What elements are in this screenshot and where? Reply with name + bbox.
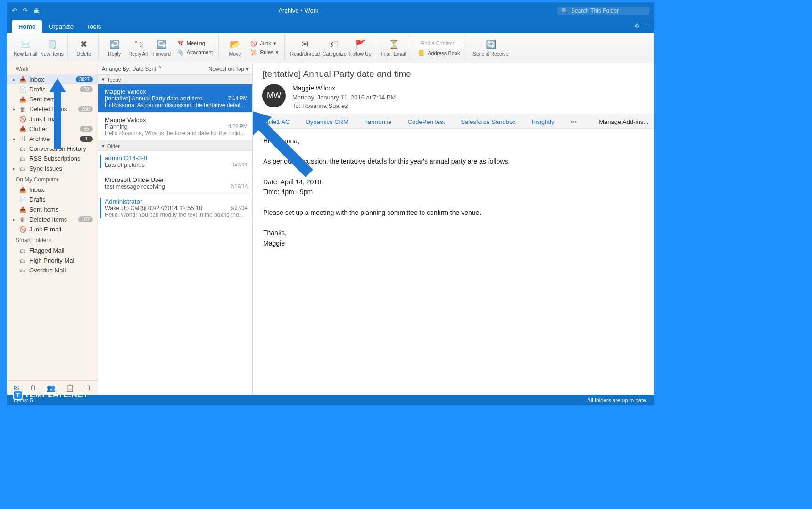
folder-icon: 🗑 bbox=[19, 216, 26, 223]
sidebar-item[interactable]: 🗂Conversation History bbox=[7, 144, 98, 154]
find-contact-input[interactable]: Find a Contact bbox=[416, 39, 463, 48]
reply-all-button[interactable]: ⮌Reply All bbox=[128, 39, 149, 57]
move-button[interactable]: 📂Move bbox=[224, 39, 245, 57]
sidebar-section-header[interactable]: Smart Folders bbox=[7, 234, 98, 246]
message-item[interactable]: Administrator Wake Up Call@ 03/27/2014 1… bbox=[98, 194, 252, 222]
undo-icon[interactable]: ↶ bbox=[12, 7, 17, 14]
addin-link[interactable]: Salesforce Sandbox bbox=[461, 118, 515, 125]
msg-from: admin O14-3-8 bbox=[105, 155, 248, 162]
meeting-icon: 📅 bbox=[177, 41, 184, 47]
sidebar-item[interactable]: 🚫Junk Email bbox=[7, 114, 98, 124]
sidebar-item[interactable]: 🗂RSS Subscriptions bbox=[7, 154, 98, 164]
attachment-button[interactable]: 📎Attachment bbox=[175, 49, 215, 57]
manage-addins[interactable]: Manage Add-ins... bbox=[599, 118, 648, 125]
sidebar-item[interactable]: 🚫Junk E-mail bbox=[7, 224, 98, 234]
sidebar-item-label: Sent Items bbox=[29, 96, 58, 103]
msg-subject: Lots of pictures bbox=[105, 162, 145, 168]
address-book-button[interactable]: 📒Address Book bbox=[416, 49, 463, 57]
sidebar-item-label: Inbox bbox=[29, 186, 44, 193]
read-unread-icon: ✉ bbox=[301, 39, 308, 50]
sidebar-item[interactable]: 🗂High Priority Mail bbox=[7, 255, 98, 265]
sidebar-item-label: High Priority Mail bbox=[29, 257, 75, 264]
sidebar-item[interactable]: 📤Sent Items bbox=[7, 94, 98, 104]
msg-subject: Wake Up Call@ 03/27/2014 12:55:18 bbox=[105, 205, 202, 212]
junk-icon: 🚫 bbox=[250, 41, 257, 47]
sidebar-item[interactable]: 🗑Deleted Items167 bbox=[7, 214, 98, 224]
sidebar-section-header[interactable]: Work bbox=[7, 63, 98, 74]
sidebar-item-label: Drafts bbox=[29, 86, 46, 93]
addin-more[interactable]: ••• bbox=[570, 118, 577, 125]
reading-pane: [tentative] Annual Party date and time M… bbox=[253, 63, 654, 395]
search-field[interactable]: 🔍 Search This Folder bbox=[557, 7, 649, 15]
msg-from: Administrator bbox=[105, 198, 248, 205]
forward-button[interactable]: ↪️Forward bbox=[151, 39, 172, 57]
redo-icon[interactable]: ↷ bbox=[23, 7, 28, 14]
tab-tools[interactable]: Tools bbox=[80, 20, 108, 33]
delete-button[interactable]: ✖Delete bbox=[74, 39, 94, 57]
print-icon[interactable]: 🖶 bbox=[33, 7, 40, 14]
categorize-button[interactable]: 🏷Categorize bbox=[323, 39, 347, 57]
sidebar-item-label: Deleted Items bbox=[29, 106, 67, 113]
message-item[interactable]: Microsoft Office User test message recei… bbox=[98, 172, 252, 194]
follow-up-button[interactable]: 🚩Follow Up bbox=[349, 39, 372, 57]
junk-button[interactable]: 🚫Junk▾ bbox=[248, 40, 280, 48]
sort-order-label[interactable]: Newest on Top bbox=[208, 66, 244, 72]
sidebar-item[interactable]: 📥Inbox3027 bbox=[7, 74, 98, 84]
status-bar: Items: 5 All folders are up to date. bbox=[7, 395, 654, 405]
sidebar-item[interactable]: 📥Inbox bbox=[7, 185, 98, 195]
list-header[interactable]: Arrange By: Date Sent ⌃ Newest on Top ▾ bbox=[98, 63, 252, 74]
sidebar-item[interactable]: 🗄Archive1 bbox=[7, 134, 98, 144]
send-receive-button[interactable]: 🔄Send & Receive bbox=[473, 39, 508, 57]
smiley-icon[interactable]: ☺ bbox=[634, 22, 640, 29]
main-body: Work📥Inbox3027📄Drafts70📤Sent Items🗑Delet… bbox=[7, 63, 654, 395]
message-item[interactable]: Maggie Wilcox Planning4:22 PM Hello Rosa… bbox=[98, 113, 252, 141]
addin-link[interactable]: CodePen test bbox=[408, 118, 445, 125]
folder-icon: 🗂 bbox=[19, 267, 26, 274]
sidebar-item-label: Overdue Mail bbox=[29, 267, 66, 274]
from-name: Maggie Wilcox bbox=[292, 84, 396, 93]
sidebar-section-header[interactable]: On My Computer bbox=[7, 173, 98, 185]
addin-link[interactable]: Mobile1 AC bbox=[258, 118, 290, 125]
sidebar-item[interactable]: 🗂Flagged Mail bbox=[7, 246, 98, 255]
sent-date: Monday, January 11, 2016 at 7:14 PM bbox=[292, 93, 396, 102]
msg-preview: Hi Rosanna, As per our discussion, the t… bbox=[105, 102, 248, 108]
sidebar-item[interactable]: 📥Clutter55 bbox=[7, 124, 98, 134]
addin-link[interactable]: harmon.ie bbox=[365, 118, 392, 125]
email-body: Hi Rosanna, As per our discussion, the t… bbox=[253, 129, 654, 256]
msg-subject: test message receiving bbox=[105, 183, 165, 190]
sidebar-item-label: Deleted Items bbox=[29, 216, 67, 223]
to-name: Rosanna Suarez bbox=[302, 102, 348, 109]
meeting-button[interactable]: 📅Meeting bbox=[175, 40, 215, 48]
sidebar-item[interactable]: 🗑Deleted Items268 bbox=[7, 104, 98, 114]
tab-organize[interactable]: Organize bbox=[42, 20, 80, 33]
sidebar-item[interactable]: 📤Sent Items bbox=[7, 205, 98, 214]
message-item[interactable]: Maggie Wilcox [tentative] Annual Party d… bbox=[98, 84, 252, 113]
new-email-button[interactable]: ✉️New Email bbox=[14, 39, 37, 57]
filter-email-button[interactable]: ⏳Filter Email bbox=[381, 39, 406, 57]
avatar: MW bbox=[262, 84, 286, 107]
watermark: T TEMPLATE.NET bbox=[13, 390, 88, 400]
sync-status: All folders are up to date. bbox=[587, 397, 647, 403]
send-receive-icon: 🔄 bbox=[486, 39, 496, 50]
delete-icon: ✖ bbox=[80, 39, 87, 50]
new-items-button[interactable]: 🗒️New Items bbox=[40, 39, 64, 57]
sidebar-item[interactable]: 📄Drafts70 bbox=[7, 84, 98, 94]
folder-icon: 📤 bbox=[19, 96, 26, 103]
addin-link[interactable]: Insightly bbox=[532, 118, 555, 125]
message-item[interactable]: admin O14-3-8 Lots of pictures5/1/14 bbox=[98, 151, 252, 172]
watermark-text: TEMPLATE.NET bbox=[25, 390, 88, 400]
read-unread-button[interactable]: ✉Read/Unread bbox=[290, 39, 320, 57]
list-group-header[interactable]: ▾ Older bbox=[98, 141, 252, 151]
collapse-ribbon-icon[interactable]: ˅ bbox=[645, 22, 648, 29]
reply-button[interactable]: ↩️Reply bbox=[104, 39, 125, 57]
addin-link[interactable]: Dynamics CRM bbox=[306, 118, 348, 125]
rules-button[interactable]: 📜Rules▾ bbox=[248, 49, 280, 57]
sidebar-badge: 3027 bbox=[76, 76, 93, 82]
msg-time: 7:14 PM bbox=[228, 95, 248, 102]
sidebar-item[interactable]: 📄Drafts bbox=[7, 195, 98, 205]
tab-home[interactable]: Home bbox=[12, 20, 42, 33]
sidebar-item[interactable]: 🗂Overdue Mail bbox=[7, 265, 98, 275]
categorize-icon: 🏷 bbox=[330, 39, 339, 50]
sidebar-item[interactable]: 🗂Sync Issues bbox=[7, 164, 98, 173]
list-group-header[interactable]: ▾ Today bbox=[98, 74, 252, 84]
